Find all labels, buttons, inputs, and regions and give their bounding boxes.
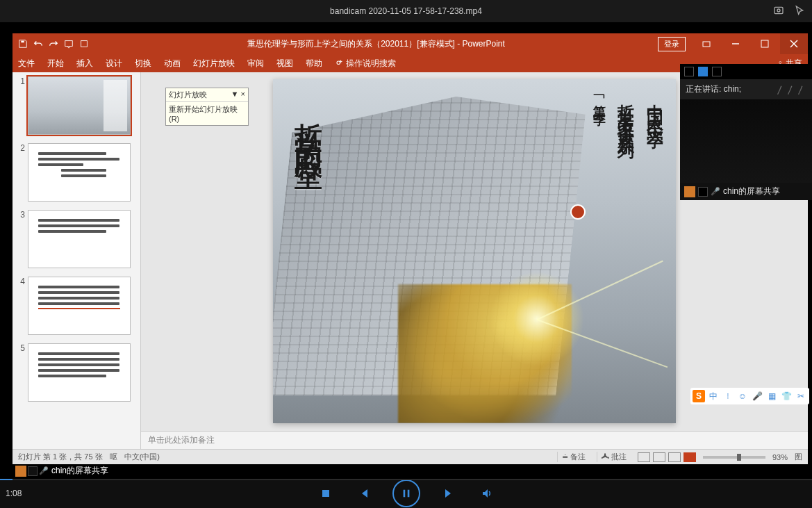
zoom-share-row[interactable]: 🎤 chin的屏幕共享 bbox=[680, 183, 812, 200]
accessibility-icon[interactable]: 呕 bbox=[110, 452, 117, 462]
redo-icon[interactable] bbox=[49, 39, 58, 49]
view-mode-switcher bbox=[638, 452, 696, 462]
login-button[interactable]: 登录 bbox=[658, 37, 686, 51]
ime-skin-icon[interactable]: 👕 bbox=[780, 390, 793, 402]
monitor-icon bbox=[698, 187, 708, 197]
slide-subtitle-season: 「第二季」 bbox=[591, 90, 608, 135]
tell-me-label: 操作说明搜索 bbox=[346, 58, 396, 69]
language-indicator[interactable]: 中文(中国) bbox=[124, 452, 160, 462]
sogou-ime-toolbar[interactable]: S 中 ⁝ ☺ 🎤 ▦ 👕 ✂ bbox=[690, 388, 809, 404]
slide-thumb-4[interactable]: 4 bbox=[15, 277, 138, 335]
ime-lang-icon[interactable]: 中 bbox=[707, 390, 720, 402]
slide-right-text-block: 「第二季」 哲学名家讲座系列 中国人民大学 bbox=[591, 90, 666, 135]
ime-voice-icon[interactable]: 🎤 bbox=[751, 390, 763, 402]
play-pause-button[interactable] bbox=[392, 480, 420, 507]
slide-counter: 幻灯片 第 1 张，共 75 张 bbox=[18, 452, 103, 462]
ime-emoji-icon[interactable]: ☺ bbox=[736, 390, 749, 402]
tab-transitions[interactable]: 切换 bbox=[135, 58, 151, 69]
slide-main-heading: 哲学的殿堂 bbox=[290, 100, 328, 149]
svg-rect-2 bbox=[21, 41, 24, 43]
volume-button[interactable] bbox=[479, 485, 495, 502]
fit-to-window-icon[interactable]: 图 bbox=[795, 452, 802, 462]
ime-punct-icon[interactable]: ⁝ bbox=[722, 390, 734, 402]
svg-rect-3 bbox=[65, 41, 73, 47]
sun-rays bbox=[481, 263, 593, 375]
screenshot-icon[interactable] bbox=[773, 5, 784, 18]
slide-thumb-5[interactable]: 5 bbox=[15, 343, 138, 402]
audio-wave-icon: 〳〳〳 bbox=[775, 84, 806, 95]
slide-mini-preview bbox=[28, 277, 131, 335]
zoom-gallery-icon[interactable] bbox=[698, 67, 708, 76]
svg-rect-12 bbox=[322, 490, 329, 497]
svg-point-1 bbox=[777, 9, 780, 12]
slideshow-resume-tooltip: 幻灯片放映 ▼ × 重新开始幻灯片放映(R) bbox=[165, 88, 249, 126]
tooltip-action[interactable]: 重新开始幻灯片放映(R) bbox=[166, 102, 248, 125]
svg-rect-14 bbox=[407, 490, 409, 498]
slide-thumb-3[interactable]: 3 bbox=[15, 210, 138, 268]
tab-view[interactable]: 视图 bbox=[276, 58, 293, 69]
ime-logo-icon[interactable]: S bbox=[693, 390, 705, 402]
slide-subtitle-series: 哲学名家讲座系列 bbox=[615, 90, 637, 135]
notes-placeholder[interactable]: 单击此处添加备注 bbox=[141, 431, 808, 449]
slide-thumb-2[interactable]: 2 bbox=[15, 143, 138, 202]
svg-rect-7 bbox=[761, 40, 768, 47]
zoom-percent[interactable]: 93% bbox=[772, 453, 788, 461]
reading-view-icon[interactable] bbox=[668, 452, 681, 462]
close-icon[interactable] bbox=[780, 33, 808, 54]
slide-thumb-1[interactable]: 1 bbox=[15, 76, 138, 135]
video-player-window: bandicam 2020-11-05 17-58-17-238.mp4 重思伦… bbox=[0, 0, 812, 508]
zoom-list-icon[interactable] bbox=[712, 67, 722, 76]
stop-button[interactable] bbox=[317, 485, 334, 502]
zoom-participant-panel[interactable]: 正在讲话: chin; 〳〳〳 🎤 chin的屏幕共享 bbox=[680, 64, 812, 200]
tab-animations[interactable]: 动画 bbox=[164, 58, 181, 69]
pp-document-title: 重思伦理学与形而上学之间的关系（202011）[兼容模式] - PowerPoi… bbox=[94, 38, 658, 50]
next-button[interactable] bbox=[441, 485, 458, 502]
tooltip-close-icon[interactable]: × bbox=[241, 90, 245, 98]
ime-keyboard-icon[interactable]: ▦ bbox=[765, 390, 778, 402]
mic-active-icon: 🎤 bbox=[39, 466, 49, 475]
tooltip-pin-icon[interactable]: ▼ bbox=[231, 90, 239, 98]
current-slide[interactable]: 哲学的殿堂 「第二季」 哲学名家讲座系列 中国人民大学 bbox=[273, 79, 676, 423]
start-slideshow-icon[interactable] bbox=[64, 39, 74, 49]
slideshow-view-icon[interactable] bbox=[683, 452, 696, 462]
avatar-icon bbox=[15, 466, 26, 477]
minimize-icon[interactable] bbox=[722, 33, 749, 54]
video-filename: bandicam 2020-11-05 17-58-17-238.mp4 bbox=[330, 6, 482, 16]
comments-toggle[interactable]: 🟂 批注 bbox=[597, 452, 631, 462]
tell-me-search[interactable]: 操作说明搜索 bbox=[335, 58, 396, 69]
normal-view-icon[interactable] bbox=[638, 452, 650, 462]
sorter-view-icon[interactable] bbox=[653, 452, 665, 462]
mic-active-icon: 🎤 bbox=[711, 187, 720, 196]
avatar-icon bbox=[684, 186, 695, 197]
more-icon[interactable] bbox=[79, 39, 89, 49]
video-canvas: 重思伦理学与形而上学之间的关系（202011）[兼容模式] - PowerPoi… bbox=[13, 33, 812, 479]
tab-design[interactable]: 设计 bbox=[106, 58, 122, 69]
svg-rect-5 bbox=[703, 42, 710, 47]
monitor-icon bbox=[28, 466, 38, 476]
ribbon-options-icon[interactable] bbox=[693, 33, 720, 54]
slide-mini-preview bbox=[28, 210, 131, 268]
tab-slideshow[interactable]: 幻灯片放映 bbox=[193, 58, 235, 69]
tab-review[interactable]: 审阅 bbox=[247, 58, 264, 69]
slide-mini-preview bbox=[28, 343, 131, 402]
tab-insert[interactable]: 插入 bbox=[76, 58, 93, 69]
tab-home[interactable]: 开始 bbox=[47, 58, 64, 69]
zoom-video-thumbnail[interactable] bbox=[680, 99, 812, 183]
pointer-icon[interactable] bbox=[794, 5, 805, 18]
ime-tool-icon[interactable]: ✂ bbox=[795, 390, 807, 402]
university-seal-icon bbox=[570, 204, 586, 220]
tab-file[interactable]: 文件 bbox=[18, 58, 35, 69]
zoom-minimize-icon[interactable] bbox=[684, 67, 694, 76]
tab-help[interactable]: 帮助 bbox=[306, 58, 322, 69]
slide-thumbnail-panel[interactable]: 1 2 3 bbox=[13, 72, 141, 449]
progress-bar[interactable] bbox=[0, 479, 812, 480]
maximize-icon[interactable] bbox=[751, 33, 779, 54]
zoom-slider[interactable] bbox=[703, 456, 765, 459]
prev-button[interactable] bbox=[355, 485, 372, 502]
notes-toggle[interactable]: ≐ 备注 bbox=[557, 452, 590, 462]
elapsed-time: 1:08 bbox=[6, 489, 22, 498]
save-icon[interactable] bbox=[18, 39, 28, 49]
zoom-speaker-name: chin; bbox=[724, 84, 741, 94]
title-bar-actions bbox=[773, 5, 805, 18]
undo-icon[interactable] bbox=[33, 39, 43, 49]
